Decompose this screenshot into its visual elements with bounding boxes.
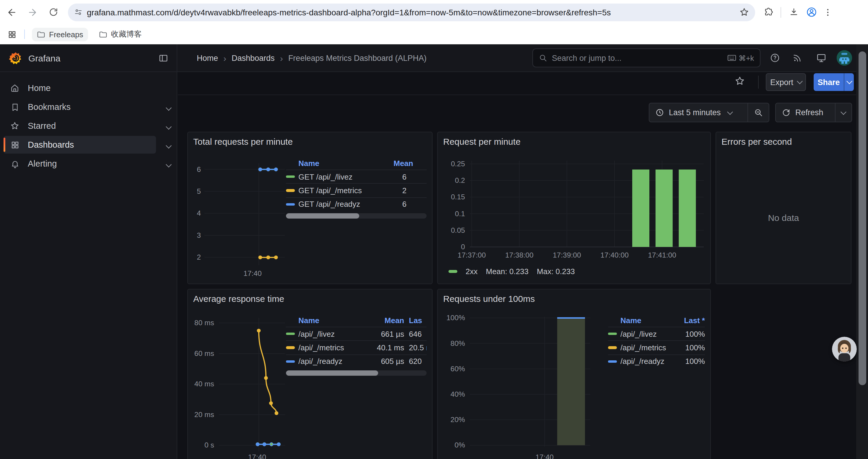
svg-text:17:40: 17:40 — [535, 453, 554, 459]
sidebar-item-label: Alerting — [28, 159, 57, 168]
svg-text:17:40:00: 17:40:00 — [600, 251, 629, 259]
breadcrumb-current: Freeleaps Metrics Dashboard (ALPHA) — [288, 54, 427, 62]
download-icon[interactable] — [786, 5, 801, 19]
user-avatar[interactable] — [837, 50, 852, 66]
legend-header: Name Last * — [608, 314, 705, 327]
svg-text:17:41:00: 17:41:00 — [648, 251, 676, 259]
legend-row[interactable]: GET /api/_/livez6 — [286, 169, 427, 184]
scrollbar-thumb[interactable] — [858, 52, 866, 385]
legend-col-mean[interactable]: Mean — [366, 316, 404, 325]
panel-errors-per-second[interactable]: Errors per second No data — [716, 132, 851, 284]
chevron-down-icon[interactable] — [167, 139, 171, 150]
sidebar-item-bookmarks[interactable]: Bookmarks — [4, 98, 156, 116]
site-info-icon[interactable] — [74, 8, 83, 17]
legend-scrollbar[interactable] — [286, 370, 427, 376]
legend-row[interactable]: GET /api/_/metrics2 — [286, 184, 427, 197]
legend-col-name[interactable]: Name — [299, 159, 394, 167]
svg-text:2: 2 — [197, 253, 201, 261]
menu-dots-icon[interactable] — [821, 5, 835, 19]
breadcrumb-dashboards[interactable]: Dashboards — [231, 54, 275, 62]
refresh-icon — [782, 108, 790, 117]
panel-title[interactable]: Errors per second — [721, 136, 792, 146]
svg-text:4: 4 — [197, 209, 201, 217]
svg-text:80%: 80% — [451, 339, 465, 347]
favorite-star-icon[interactable] — [735, 76, 745, 86]
sidebar-item-label: Home — [28, 83, 51, 93]
url-bar[interactable]: grafana.mathmast.com/d/deytv4rwavabkb/fr… — [68, 3, 755, 21]
chevron-down-icon[interactable] — [167, 158, 171, 169]
sidebar-item-alerting[interactable]: Alerting — [4, 155, 156, 172]
legend-row[interactable]: /api/_/livez100% — [608, 327, 705, 340]
sidebar-item-label: Starred — [28, 121, 56, 131]
legend-series-2xx[interactable]: 2xx — [448, 267, 477, 276]
panel-requests-under-100ms[interactable]: Requests under 100ms 100%80%60%40%20%0%1… — [437, 289, 711, 459]
legend-col-name[interactable]: Name — [299, 316, 366, 325]
refresh-button[interactable]: Refresh — [775, 103, 852, 122]
svg-text:40%: 40% — [451, 390, 465, 398]
svg-text:0.2: 0.2 — [455, 176, 465, 184]
series-color-pill — [286, 203, 295, 205]
chevron-down-icon[interactable] — [167, 102, 171, 112]
search-input[interactable]: Search or jump to... ⌘+k — [532, 48, 761, 67]
sidebar-toggle-icon[interactable] — [158, 53, 168, 63]
extensions-icon[interactable] — [761, 5, 775, 19]
panel-total-requests-per-minute[interactable]: Total requests per minute 6543217:40 Nam… — [187, 132, 433, 284]
svg-text:5: 5 — [197, 187, 201, 195]
grafana-header: Grafana Home › Dashboards › Freeleaps Me… — [0, 44, 868, 72]
svg-text:17:39:00: 17:39:00 — [553, 251, 581, 259]
legend-col-last[interactable]: Last * — [670, 316, 705, 325]
breadcrumb-separator: › — [280, 53, 283, 63]
back-icon[interactable] — [5, 5, 19, 19]
share-button[interactable]: Share — [814, 73, 854, 91]
help-icon[interactable] — [770, 53, 780, 63]
grafana-logo — [9, 51, 23, 65]
svg-text:17:40: 17:40 — [243, 269, 262, 277]
svg-text:0%: 0% — [454, 441, 465, 449]
kiosk-monitor-icon[interactable] — [816, 53, 827, 63]
news-rss-icon[interactable] — [793, 53, 802, 63]
legend-row[interactable]: /api/_/livez661 µs646 — [286, 327, 427, 340]
forward-icon[interactable] — [25, 5, 39, 19]
series-color-pill — [286, 347, 295, 349]
profile-icon[interactable] — [804, 5, 818, 19]
share-dropdown-icon[interactable] — [844, 73, 854, 91]
svg-text:60%: 60% — [451, 365, 465, 373]
legend-col-mean[interactable]: Mean — [394, 159, 427, 167]
series-color-pill — [286, 333, 295, 335]
page-scrollbar[interactable] — [856, 44, 868, 459]
svg-text:100%: 100% — [446, 314, 465, 322]
refresh-interval-dropdown[interactable] — [836, 111, 851, 114]
brand-name: Grafana — [28, 53, 60, 63]
keyboard-icon — [727, 54, 736, 61]
floating-assistant-avatar[interactable] — [832, 337, 857, 362]
sidebar-item-home[interactable]: Home — [4, 79, 156, 97]
url-text[interactable]: grafana.mathmast.com/d/deytv4rwavabkb/fr… — [87, 7, 739, 17]
legend-col-name[interactable]: Name — [620, 316, 670, 325]
legend-row[interactable]: /api/_/readyz100% — [608, 355, 705, 368]
legend-row[interactable]: /api/_/metrics40.1 ms20.5 r — [286, 340, 427, 355]
panel-request-per-minute[interactable]: Request per minute 0.250.20.150.10.05017… — [437, 132, 711, 284]
legend-row[interactable]: /api/_/readyz605 µs620 — [286, 355, 427, 368]
toolbar-actions — [761, 5, 835, 19]
sidebar-item-dashboards[interactable]: Dashboards — [4, 136, 156, 154]
svg-text:17:37:00: 17:37:00 — [458, 251, 486, 259]
apps-grid-icon[interactable] — [5, 27, 19, 41]
breadcrumb-home[interactable]: Home — [197, 54, 218, 62]
bookmark-star-icon[interactable] — [739, 7, 749, 17]
bookmarks-divider — [24, 30, 25, 39]
sidebar-item-starred[interactable]: Starred — [4, 117, 156, 135]
chevron-down-icon[interactable] — [167, 121, 171, 131]
legend-row[interactable]: /api/_/metrics100% — [608, 340, 705, 355]
panel-average-response-time[interactable]: Average response time 80 ms60 ms40 ms20 … — [187, 289, 433, 459]
legend-col-last[interactable]: Las — [409, 316, 427, 325]
bookmark-folder-freeleaps[interactable]: Freeleaps — [32, 28, 88, 41]
zoom-out-button[interactable] — [748, 108, 769, 117]
series-color-pill — [448, 270, 457, 273]
time-range-picker[interactable]: Last 5 minutes — [649, 103, 769, 122]
legend-scrollbar[interactable] — [286, 213, 427, 219]
svg-text:0.1: 0.1 — [455, 210, 465, 218]
export-button[interactable]: Export — [766, 73, 806, 91]
legend-row[interactable]: GET /api/_/readyz6 — [286, 197, 427, 211]
reload-icon[interactable] — [46, 5, 60, 19]
bookmark-folder-blogs[interactable]: 收藏博客 — [94, 27, 147, 42]
